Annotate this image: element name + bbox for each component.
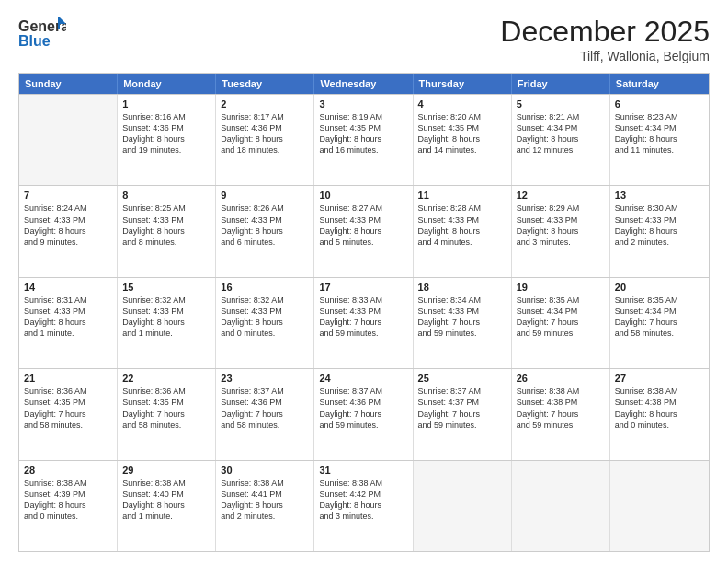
cell-line: and 0 minutes. <box>615 419 704 431</box>
cell-line: Sunrise: 8:29 AM <box>517 202 605 213</box>
calendar-cell: 29Sunrise: 8:38 AMSunset: 4:40 PMDayligh… <box>118 461 216 551</box>
cell-line: Sunrise: 8:24 AM <box>24 202 112 213</box>
cell-line: Daylight: 8 hours <box>615 408 704 419</box>
cell-line: Daylight: 7 hours <box>517 316 605 327</box>
cell-line: Sunset: 4:33 PM <box>418 305 506 316</box>
cell-line: Sunset: 4:35 PM <box>122 396 210 408</box>
cell-line: Daylight: 7 hours <box>122 408 210 419</box>
cell-line: Sunset: 4:33 PM <box>615 214 704 225</box>
cell-line: and 19 minutes. <box>122 144 210 155</box>
day-number: 11 <box>418 190 506 201</box>
calendar-cell: 2Sunrise: 8:17 AMSunset: 4:36 PMDaylight… <box>216 95 314 185</box>
cell-line: Sunrise: 8:33 AM <box>319 294 407 305</box>
cell-line: Daylight: 8 hours <box>122 225 210 236</box>
cell-line: Daylight: 7 hours <box>418 316 506 327</box>
cell-line: and 59 minutes. <box>319 419 407 431</box>
cell-line: Sunrise: 8:32 AM <box>122 294 210 305</box>
calendar-header: SundayMondayTuesdayWednesdayThursdayFrid… <box>19 74 709 94</box>
svg-text:Blue: Blue <box>18 33 51 49</box>
day-number: 30 <box>221 465 309 476</box>
cell-line: and 59 minutes. <box>418 327 506 339</box>
calendar-cell: 15Sunrise: 8:32 AMSunset: 4:33 PMDayligh… <box>118 278 216 368</box>
calendar-row: 7Sunrise: 8:24 AMSunset: 4:33 PMDaylight… <box>19 185 709 276</box>
cell-line: and 0 minutes. <box>24 511 112 522</box>
cell-line: Sunrise: 8:38 AM <box>221 477 309 488</box>
cell-line: Sunrise: 8:38 AM <box>122 477 210 488</box>
cell-line: Sunset: 4:33 PM <box>319 305 407 316</box>
cell-line: Sunset: 4:35 PM <box>24 396 112 408</box>
cell-line: Daylight: 7 hours <box>221 408 309 419</box>
cell-line: Daylight: 8 hours <box>615 133 704 144</box>
cell-line: Daylight: 8 hours <box>418 133 506 144</box>
cell-line: Sunrise: 8:38 AM <box>319 477 407 488</box>
calendar-cell <box>610 461 709 551</box>
cell-line: Sunrise: 8:16 AM <box>122 111 210 122</box>
day-number: 13 <box>615 190 704 201</box>
cell-line: Daylight: 7 hours <box>418 408 506 419</box>
cell-line: and 1 minute. <box>24 327 112 339</box>
calendar-cell <box>19 95 118 185</box>
day-number: 4 <box>418 98 506 109</box>
cell-line: Sunrise: 8:34 AM <box>418 294 506 305</box>
cell-line: Sunrise: 8:38 AM <box>24 477 112 488</box>
calendar-cell: 14Sunrise: 8:31 AMSunset: 4:33 PMDayligh… <box>19 278 118 368</box>
cell-line: and 8 minutes. <box>122 236 210 247</box>
cell-line: Daylight: 7 hours <box>517 408 605 419</box>
day-number: 28 <box>24 465 112 476</box>
calendar-cell: 6Sunrise: 8:23 AMSunset: 4:34 PMDaylight… <box>610 95 709 185</box>
cell-line: Daylight: 8 hours <box>122 500 210 511</box>
cell-line: Daylight: 7 hours <box>319 408 407 419</box>
cell-line: Sunset: 4:39 PM <box>24 488 112 500</box>
day-number: 18 <box>418 282 506 293</box>
calendar-cell: 7Sunrise: 8:24 AMSunset: 4:33 PMDaylight… <box>19 186 118 276</box>
day-number: 16 <box>221 282 309 293</box>
calendar-row: 28Sunrise: 8:38 AMSunset: 4:39 PMDayligh… <box>19 460 709 551</box>
cell-line: Daylight: 8 hours <box>122 316 210 327</box>
calendar-body: 1Sunrise: 8:16 AMSunset: 4:36 PMDaylight… <box>19 94 709 551</box>
cell-line: Sunset: 4:34 PM <box>615 305 704 316</box>
cell-line: and 58 minutes. <box>221 419 309 431</box>
cell-line: Daylight: 8 hours <box>24 225 112 236</box>
cell-line: and 16 minutes. <box>319 144 407 155</box>
calendar-row: 21Sunrise: 8:36 AMSunset: 4:35 PMDayligh… <box>19 368 709 459</box>
cell-line: and 3 minutes. <box>517 236 605 247</box>
cell-line: Daylight: 8 hours <box>319 500 407 511</box>
page: General Blue December 2025 Tilff, Wallon… <box>0 0 728 563</box>
cell-line: Sunset: 4:37 PM <box>418 396 506 408</box>
cell-line: Sunset: 4:34 PM <box>517 305 605 316</box>
cell-line: Daylight: 8 hours <box>221 500 309 511</box>
cell-line: Sunrise: 8:31 AM <box>24 294 112 305</box>
day-number: 3 <box>319 98 407 109</box>
cell-line: and 59 minutes. <box>319 327 407 339</box>
calendar-header-day: Tuesday <box>216 74 314 94</box>
cell-line: Sunrise: 8:21 AM <box>517 111 605 122</box>
calendar-cell: 28Sunrise: 8:38 AMSunset: 4:39 PMDayligh… <box>19 461 118 551</box>
day-number: 19 <box>517 282 605 293</box>
calendar-cell: 26Sunrise: 8:38 AMSunset: 4:38 PMDayligh… <box>512 369 610 459</box>
calendar-cell: 12Sunrise: 8:29 AMSunset: 4:33 PMDayligh… <box>512 186 610 276</box>
cell-line: Sunset: 4:33 PM <box>24 214 112 225</box>
calendar-header-day: Friday <box>512 74 610 94</box>
calendar-cell <box>414 461 512 551</box>
calendar-cell: 4Sunrise: 8:20 AMSunset: 4:35 PMDaylight… <box>414 95 512 185</box>
cell-line: Sunrise: 8:38 AM <box>517 385 605 396</box>
day-number: 31 <box>319 465 407 476</box>
calendar-cell: 22Sunrise: 8:36 AMSunset: 4:35 PMDayligh… <box>118 369 216 459</box>
cell-line: Sunrise: 8:37 AM <box>418 385 506 396</box>
cell-line: Sunset: 4:36 PM <box>221 396 309 408</box>
day-number: 2 <box>221 98 309 109</box>
cell-line: Daylight: 8 hours <box>221 225 309 236</box>
calendar-cell: 10Sunrise: 8:27 AMSunset: 4:33 PMDayligh… <box>314 186 413 276</box>
cell-line: and 58 minutes. <box>24 419 112 431</box>
cell-line: Sunrise: 8:38 AM <box>615 385 704 396</box>
cell-line: Sunset: 4:33 PM <box>24 305 112 316</box>
day-number: 27 <box>615 373 704 384</box>
cell-line: Sunrise: 8:25 AM <box>122 202 210 213</box>
calendar-cell: 30Sunrise: 8:38 AMSunset: 4:41 PMDayligh… <box>216 461 314 551</box>
day-number: 9 <box>221 190 309 201</box>
calendar-cell: 5Sunrise: 8:21 AMSunset: 4:34 PMDaylight… <box>512 95 610 185</box>
cell-line: Sunset: 4:34 PM <box>615 122 704 133</box>
cell-line: Sunrise: 8:19 AM <box>319 111 407 122</box>
calendar-cell: 20Sunrise: 8:35 AMSunset: 4:34 PMDayligh… <box>610 278 709 368</box>
calendar-cell: 18Sunrise: 8:34 AMSunset: 4:33 PMDayligh… <box>414 278 512 368</box>
